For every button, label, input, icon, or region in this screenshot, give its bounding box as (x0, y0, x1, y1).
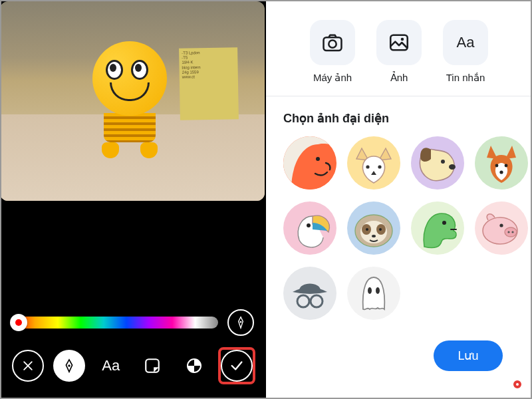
sticker-tool-button[interactable] (136, 350, 168, 382)
svg-point-16 (307, 223, 311, 227)
svg-point-26 (505, 227, 517, 237)
save-button-highlight: Lưu (515, 382, 520, 387)
photo-preview[interactable]: -T3 Lpdon-T519H-Kblog intern24g 1559www.… (0, 1, 265, 201)
source-text-label: Tin nhắn (446, 72, 485, 84)
svg-point-13 (495, 164, 499, 168)
close-icon (21, 359, 35, 372)
spring-toy-prop (86, 41, 173, 168)
camera-icon (321, 31, 344, 54)
svg-point-9 (366, 165, 369, 168)
story-editor-pane: -T3 Lpdon-T519H-Kblog intern24g 1559www.… (0, 0, 266, 399)
avatar-gray-incognito[interactable] (283, 267, 336, 320)
avatar-pink-pig[interactable] (475, 201, 528, 255)
text-glyph-icon: Aa (443, 20, 488, 65)
color-slider-row (0, 307, 266, 338)
editor-toolbar: Aa (0, 338, 266, 399)
image-icon (388, 31, 410, 54)
confirm-button[interactable] (221, 350, 253, 382)
source-camera[interactable]: Máy ảnh (310, 20, 355, 84)
svg-point-11 (441, 160, 445, 164)
svg-rect-6 (390, 35, 408, 51)
avatar-illustration (411, 201, 464, 255)
check-icon (229, 358, 244, 373)
svg-point-14 (505, 164, 508, 168)
avatar-yellow-fox[interactable] (347, 136, 400, 190)
avatar-illustration (283, 267, 336, 320)
confirm-button-highlight (219, 348, 254, 383)
avatar-orange-face[interactable] (283, 136, 336, 190)
svg-point-29 (499, 223, 503, 227)
svg-point-28 (511, 231, 513, 233)
avatar-grid (266, 136, 532, 320)
avatar-illustration (347, 201, 400, 255)
svg-point-15 (499, 170, 503, 174)
svg-point-1 (68, 364, 70, 366)
effects-tool-button[interactable] (178, 350, 210, 382)
svg-point-31 (311, 295, 323, 307)
svg-point-7 (401, 38, 404, 41)
svg-point-23 (372, 235, 376, 237)
close-button[interactable] (12, 350, 44, 382)
avatar-ghost[interactable] (347, 267, 400, 320)
svg-point-0 (240, 321, 242, 323)
avatar-illustration (475, 136, 528, 190)
section-title: Chọn ảnh đại diện (266, 96, 532, 136)
avatar-green-dino[interactable] (411, 201, 464, 255)
svg-point-10 (378, 165, 381, 168)
avatar-illustration (283, 136, 336, 190)
checker-circle-icon (186, 358, 202, 374)
svg-point-5 (329, 40, 336, 47)
svg-point-33 (376, 287, 380, 294)
color-slider[interactable] (12, 317, 218, 329)
pen-style-button[interactable] (227, 309, 254, 336)
svg-point-27 (507, 231, 509, 233)
avatar-purple-dog[interactable] (411, 136, 464, 190)
avatar-illustration (411, 136, 464, 190)
svg-point-12 (449, 164, 456, 170)
save-button[interactable]: Lưu (434, 340, 503, 371)
svg-point-22 (379, 228, 382, 231)
avatar-illustration (347, 136, 400, 190)
avatar-illustration (283, 201, 336, 255)
source-gallery[interactable]: Ảnh (376, 20, 422, 84)
avatar-picker-pane: Máy ảnh Ảnh Aa Tin nhắn Chọn ảnh đại diệ… (266, 0, 532, 399)
draw-tool-button[interactable] (53, 350, 85, 382)
svg-point-32 (368, 287, 372, 294)
avatar-blue-sloth[interactable] (347, 201, 400, 255)
avatar-pink-toucan[interactable] (283, 201, 336, 255)
editor-canvas-blank[interactable] (0, 201, 266, 307)
svg-point-24 (442, 221, 446, 225)
avatar-illustration (475, 201, 528, 255)
source-camera-label: Máy ảnh (313, 72, 352, 84)
svg-point-30 (297, 295, 309, 307)
text-tool-button[interactable]: Aa (95, 350, 127, 382)
pen-nib-icon (62, 358, 76, 373)
color-slider-thumb[interactable] (10, 314, 27, 331)
svg-point-8 (316, 157, 320, 161)
source-gallery-label: Ảnh (390, 72, 408, 84)
pen-nib-icon (234, 316, 247, 329)
avatar-source-row: Máy ảnh Ảnh Aa Tin nhắn (266, 0, 532, 96)
avatar-green-fox[interactable] (475, 136, 528, 190)
source-text[interactable]: Aa Tin nhắn (443, 20, 488, 84)
avatar-illustration (347, 267, 400, 320)
sticky-note-prop: -T3 Lpdon-T519H-Kblog intern24g 1559www.… (179, 47, 239, 120)
svg-rect-2 (146, 359, 159, 372)
svg-point-21 (366, 228, 368, 231)
sticker-icon (144, 357, 161, 374)
